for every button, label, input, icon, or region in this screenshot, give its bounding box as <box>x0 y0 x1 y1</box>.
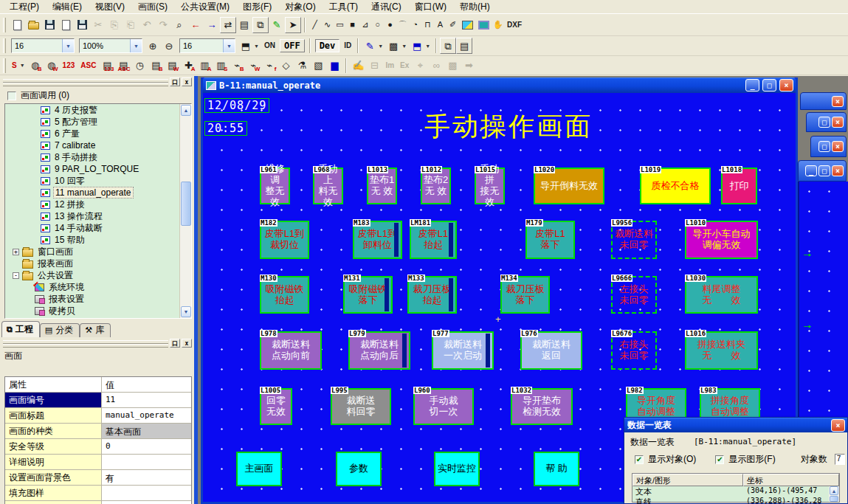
filled-circle-tool-icon[interactable]: ● <box>384 18 396 32</box>
state-on-label[interactable]: ON <box>261 38 278 54</box>
hmi-button-l1032[interactable]: L1032导开垫布检测无效 <box>511 388 573 425</box>
menu-item-11[interactable]: 帮助(H) <box>453 0 497 15</box>
window-screen-icon[interactable]: ⧉ <box>440 38 456 54</box>
object-list-row[interactable]: 文本(304,16)-(495,47 <box>632 486 839 497</box>
dev-mode-button[interactable]: Dev <box>315 39 340 52</box>
tab-分类[interactable]: ▤分类 <box>40 323 80 337</box>
property-value[interactable] <box>102 486 191 500</box>
import-icon[interactable]: Im <box>382 58 397 74</box>
menu-item-1[interactable]: 工程(P) <box>3 0 46 15</box>
screen-list-icon[interactable]: ▤ <box>236 17 252 33</box>
hmi-button-m133[interactable]: M133裁刀压板抬起 <box>407 276 457 314</box>
hmi-button-l1020[interactable]: L1020导开倒料无效 <box>534 168 604 204</box>
dropdown-arrow-icon[interactable]: ▼ <box>20 63 25 68</box>
pattern-icon[interactable]: ▩ <box>385 38 401 54</box>
tank-icon[interactable]: ⚗ <box>294 58 310 74</box>
screen-call-checkbox[interactable] <box>7 92 16 100</box>
dxf-import-icon[interactable]: DXF <box>504 17 525 33</box>
new-file-icon[interactable] <box>9 17 25 33</box>
arc-tool-icon[interactable]: ⌒ <box>396 18 409 32</box>
tree-scrollbar[interactable]: ▲ ▼ <box>179 104 191 318</box>
bit-state-icon[interactable]: S <box>9 58 20 74</box>
rect-tool-icon[interactable]: ▭ <box>334 18 346 32</box>
hmi-button-l976[interactable]: L976裁断送料返回 <box>520 331 582 370</box>
menu-item-4[interactable]: 画面(S) <box>131 0 174 15</box>
hmi-button-m131[interactable]: M131吸附磁铁落下 <box>343 276 393 314</box>
scroll-up-icon[interactable]: ▲ <box>181 105 191 116</box>
tree-item-4-历史报警[interactable]: 4 历史报警 <box>5 104 191 116</box>
hmi-button-l979[interactable]: L979裁断送料点动向后 <box>348 331 410 370</box>
picture-display-icon[interactable]: ▧ <box>310 58 326 74</box>
screen-switch-icon[interactable]: ⇄ <box>220 17 236 33</box>
hmi-button-l1019[interactable]: L1019质检不合格 <box>640 168 711 204</box>
menu-item-3[interactable]: 视图(V) <box>89 0 131 15</box>
screen-object-icon[interactable] <box>475 17 492 33</box>
hmi-button-l1012[interactable]: L1012垫布2无 效 <box>421 168 451 204</box>
hmi-button-l961[interactable]: L961维修调整无效 <box>260 168 290 204</box>
collapse-icon[interactable]: - <box>13 272 19 279</box>
save-icon[interactable] <box>41 17 58 33</box>
polyline-tool-icon[interactable]: ∿ <box>321 18 334 32</box>
preview-icon[interactable]: ⌕ <box>171 17 187 33</box>
dropdown-arrow-icon[interactable]: ▼ <box>254 44 259 49</box>
scroll-down-icon[interactable]: ▼ <box>181 306 191 317</box>
tab-库[interactable]: ⚒库 <box>80 323 111 337</box>
expand-icon[interactable]: + <box>13 249 19 255</box>
hmi-button-l9676[interactable]: L9676右接头未回零 <box>611 331 657 370</box>
close-icon[interactable]: × <box>832 96 844 107</box>
screen-heading-text[interactable]: 手动操作画面 <box>424 109 593 144</box>
tree-item-窗口画面[interactable]: +窗口画面 <box>5 246 191 258</box>
cut-icon[interactable]: ✂ <box>90 17 106 33</box>
property-value[interactable]: 基本画面 <box>102 424 191 438</box>
alarm-display-icon[interactable]: ▥A <box>196 58 213 74</box>
tree-item-系统环境[interactable]: 系统环境 <box>5 281 191 293</box>
copy-icon[interactable]: ⎘ <box>106 17 123 33</box>
tree-item-9-par_lo_torque[interactable]: 9 PAR_LO_TORQUE <box>5 163 191 175</box>
col-header-coords[interactable]: 坐标 <box>743 474 839 486</box>
chevron-down-icon[interactable]: ▼ <box>223 39 235 52</box>
hmi-button-l1018[interactable]: L1018打印 <box>721 168 757 204</box>
hmi-button-l995[interactable]: L995裁断送料回零 <box>331 388 391 425</box>
chevron-down-icon[interactable]: ▼ <box>62 39 74 52</box>
menu-item-8[interactable]: 工具(T) <box>323 0 365 15</box>
redo-icon[interactable]: ↷ <box>155 17 171 33</box>
close-icon[interactable]: × <box>779 79 793 92</box>
maximize-icon[interactable]: □ <box>762 79 776 92</box>
menu-item-7[interactable]: 对象(O) <box>278 0 322 15</box>
property-value[interactable] <box>102 501 191 504</box>
hmi-button-l968[interactable]: L968手动上料无效 <box>313 168 343 204</box>
grid-size-combo[interactable]: 16▼ <box>179 38 235 53</box>
tree-list-icon[interactable]: ⊟ <box>366 58 382 74</box>
maximize-icon[interactable]: □ <box>818 117 830 128</box>
screen-copy-icon[interactable] <box>58 17 74 33</box>
hmi-button-l9956[interactable]: L9956裁断送料未回零 <box>611 221 657 259</box>
date-display-widget[interactable]: 12/08/29 <box>204 98 269 113</box>
hmi-button-l1010[interactable]: L1010导开小车自动调偏无效 <box>685 221 758 259</box>
property-row-填充图样[interactable]: 填充图样 <box>5 486 191 501</box>
scroll-up-icon[interactable]: ▲ <box>830 486 838 495</box>
word-button-icon[interactable]: ▤W <box>164 58 180 74</box>
font-size-combo[interactable]: 16▼ <box>11 38 75 53</box>
state-off-button[interactable]: OFF <box>280 39 305 52</box>
ascii-display-icon[interactable]: ASC <box>77 58 99 74</box>
maximize-icon[interactable]: □ <box>818 141 830 152</box>
hmi-button-m179[interactable]: M179皮带L1落下 <box>525 221 575 259</box>
background-window-titlebar[interactable]: × <box>800 92 847 110</box>
hand-tool-icon[interactable]: ✋ <box>492 18 504 32</box>
hmi-button-l1015[interactable]: L1015手动拼接无效 <box>475 168 505 204</box>
tree-item-报表画面[interactable]: 报表画面 <box>5 258 191 269</box>
panel-drag-bar[interactable]: 口 x <box>3 339 193 348</box>
tree-item-11-manual_operate[interactable]: 11 manual_operate <box>5 187 191 199</box>
paste-icon[interactable]: ⎗ <box>123 17 139 33</box>
grid-setting-icon[interactable]: ▩ <box>444 58 461 74</box>
property-row-图样前景色[interactable]: 图样前景色 <box>5 501 191 504</box>
hmi-button-l9666[interactable]: L9666左接头未回零 <box>611 276 657 314</box>
dropdown-arrow-icon[interactable]: ▼ <box>401 44 407 49</box>
nav-button-主画面[interactable]: 主画面 <box>236 452 282 486</box>
meter-icon[interactable]: ◇ <box>278 58 294 74</box>
trend-f-icon[interactable]: ⌁f <box>261 58 278 74</box>
brush-tool-icon[interactable]: ✐ <box>447 18 459 32</box>
background-window-titlebar[interactable]: □ × <box>810 136 847 157</box>
hmi-button-lm181[interactable]: LM181皮带L1抬起 <box>410 221 457 259</box>
minimize-icon[interactable]: _ <box>745 79 759 92</box>
